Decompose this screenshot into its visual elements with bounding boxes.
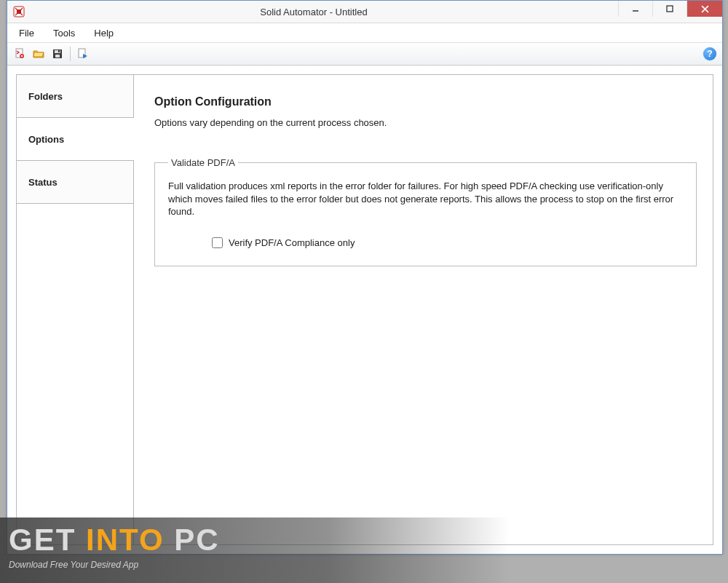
menu-help[interactable]: Help — [85, 25, 122, 41]
desktop: Solid Automator - Untitled File Tools He… — [0, 0, 728, 583]
content-pane: Option Configuration Options vary depend… — [134, 75, 713, 544]
watermark-overlay: GET INTO PC Download Free Your Desired A… — [0, 517, 728, 583]
toolbar-separator — [70, 47, 71, 61]
svg-rect-11 — [58, 50, 60, 52]
tab-status[interactable]: Status — [17, 161, 133, 204]
toolbar: ? — [7, 43, 722, 66]
window-controls — [618, 1, 722, 23]
help-button[interactable]: ? — [702, 46, 718, 62]
app-window: Solid Automator - Untitled File Tools He… — [7, 0, 723, 555]
page-heading: Option Configuration — [154, 95, 697, 108]
watermark-tagline: Download Free Your Desired App — [9, 560, 728, 570]
titlebar: Solid Automator - Untitled — [7, 1, 722, 23]
save-icon[interactable] — [50, 46, 66, 62]
group-legend: Validate PDF/A — [168, 157, 238, 168]
verify-compliance-row: Verify PDF/A Compliance only — [168, 237, 683, 248]
group-description: Full validation produces xml reports in … — [168, 180, 683, 218]
validate-pdfa-group: Validate PDF/A Full validation produces … — [154, 157, 697, 266]
verify-compliance-checkbox[interactable] — [212, 237, 223, 248]
page-subheading: Options vary depending on the current pr… — [154, 117, 697, 128]
window-title: Solid Automator - Untitled — [7, 7, 620, 17]
side-tabs: Folders Options Status — [17, 75, 134, 544]
close-button[interactable] — [687, 1, 722, 17]
watermark-title: GET INTO PC — [9, 525, 728, 555]
verify-compliance-label[interactable]: Verify PDF/A Compliance only — [229, 237, 355, 248]
tab-options[interactable]: Options — [17, 118, 133, 161]
tab-folders[interactable]: Folders — [17, 75, 133, 118]
new-doc-icon[interactable] — [12, 46, 28, 62]
main-panel: Folders Options Status Option Configurat… — [16, 74, 713, 545]
app-icon — [13, 6, 25, 17]
help-icon: ? — [703, 47, 716, 60]
menu-file[interactable]: File — [10, 25, 43, 41]
svg-rect-1 — [17, 9, 21, 14]
run-icon[interactable] — [75, 46, 91, 62]
svg-rect-10 — [55, 55, 60, 57]
svg-rect-3 — [667, 6, 673, 12]
client-area: Folders Options Status Option Configurat… — [7, 66, 722, 554]
menubar: File Tools Help — [7, 23, 722, 43]
open-folder-icon[interactable] — [31, 46, 47, 62]
menu-tools[interactable]: Tools — [44, 25, 84, 41]
maximize-button[interactable] — [652, 1, 687, 17]
minimize-button[interactable] — [618, 1, 652, 17]
